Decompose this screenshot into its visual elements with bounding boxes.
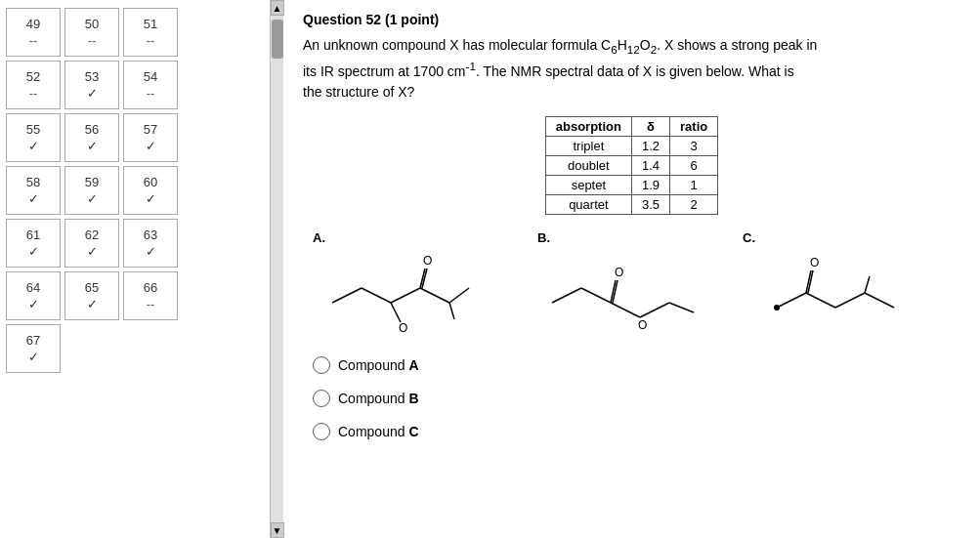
structure-b: B. O O: [537, 230, 713, 337]
question-number: 66: [144, 280, 157, 295]
question-status: ✓: [87, 244, 98, 259]
nmr-cell: doublet: [545, 155, 631, 175]
question-number: 51: [144, 17, 157, 31]
question-cell[interactable]: 49--: [6, 8, 61, 57]
question-cell[interactable]: 54--: [123, 61, 178, 109]
nmr-cell: 1.2: [631, 136, 669, 155]
question-cell[interactable]: 53✓: [64, 61, 119, 109]
question-status: --: [29, 33, 38, 48]
svg-text:O: O: [615, 266, 623, 279]
question-number: 59: [85, 175, 99, 189]
question-row: 67✓: [6, 324, 264, 373]
question-header: Question 52 (1 point): [303, 12, 960, 27]
svg-line-18: [640, 303, 669, 317]
question-cell[interactable]: 52--: [6, 61, 61, 109]
structure-c-svg: O: [743, 249, 938, 337]
answer-choices: Compound A Compound B Compound C: [313, 356, 960, 440]
nmr-cell: septet: [545, 175, 631, 194]
svg-line-11: [552, 288, 581, 303]
choice-label-c: Compound C: [338, 424, 419, 439]
question-number: 54: [144, 69, 157, 84]
question-status: ✓: [28, 191, 39, 206]
nmr-row: triplet1.23: [545, 136, 717, 155]
question-row: 64✓65✓66--: [6, 271, 264, 320]
svg-text:O: O: [810, 256, 819, 269]
question-number: 55: [26, 122, 40, 137]
question-cell[interactable]: 58✓: [6, 166, 61, 215]
question-text: An unknown compound X has molecular form…: [303, 37, 817, 100]
choice-row-b[interactable]: Compound B: [313, 390, 960, 407]
question-number: 65: [85, 280, 99, 295]
structures-row: A. O O: [313, 230, 960, 337]
structure-c: C. O: [743, 230, 938, 337]
question-number: 56: [85, 122, 99, 137]
question-status: ✓: [28, 350, 39, 364]
question-cell[interactable]: 55✓: [6, 113, 61, 162]
question-cell[interactable]: 66--: [123, 271, 178, 320]
svg-line-27: [865, 293, 894, 308]
choice-row-c[interactable]: Compound C: [313, 423, 960, 440]
question-cell[interactable]: 60✓: [123, 166, 178, 215]
nmr-row: doublet1.46: [545, 155, 717, 175]
question-body: An unknown compound X has molecular form…: [303, 35, 960, 103]
question-cell[interactable]: 56✓: [64, 113, 119, 162]
scrollbar[interactable]: ▲ ▼: [270, 0, 283, 538]
question-cell[interactable]: 64✓: [6, 271, 61, 320]
scroll-up-arrow[interactable]: ▲: [271, 0, 284, 16]
question-cell[interactable]: 62✓: [64, 219, 119, 268]
structure-b-svg: O O: [537, 249, 713, 337]
question-row: 52--53✓54--: [6, 61, 264, 109]
question-cell[interactable]: 63✓: [123, 219, 178, 268]
question-status: --: [147, 86, 155, 101]
nmr-cell: quartet: [545, 194, 631, 214]
question-row: 58✓59✓60✓: [6, 166, 264, 215]
question-status: --: [29, 86, 38, 101]
question-number: 58: [26, 175, 40, 189]
question-cell[interactable]: 51--: [123, 8, 178, 57]
question-number: 57: [144, 122, 157, 137]
svg-text:O: O: [399, 321, 407, 335]
svg-line-4: [391, 288, 420, 303]
question-number: 49: [26, 17, 40, 31]
question-status: ✓: [146, 191, 156, 206]
svg-line-28: [865, 276, 870, 293]
nmr-cell: 3: [670, 136, 718, 155]
question-navigator: 49--50--51--52--53✓54--55✓56✓57✓58✓59✓60…: [0, 0, 270, 538]
question-status: ✓: [87, 191, 98, 206]
question-grid: 49--50--51--52--53✓54--55✓56✓57✓58✓59✓60…: [6, 8, 264, 373]
nmr-cell: 1.4: [631, 155, 669, 175]
question-row: 49--50--51--: [6, 8, 264, 57]
question-number: 67: [26, 333, 40, 348]
nmr-col-delta: δ: [631, 116, 669, 136]
radio-c[interactable]: [313, 423, 330, 440]
nmr-table-wrapper: absorption δ ratio triplet1.23doublet1.4…: [303, 116, 960, 215]
svg-line-0: [332, 288, 362, 303]
structure-a-svg: O O: [313, 249, 508, 337]
svg-line-26: [835, 293, 865, 308]
question-cell[interactable]: 59✓: [64, 166, 119, 215]
choice-row-a[interactable]: Compound A: [313, 356, 960, 374]
svg-line-9: [449, 288, 469, 303]
question-cell[interactable]: 67✓: [6, 324, 61, 373]
nmr-col-absorption: absorption: [545, 116, 631, 136]
radio-a[interactable]: [313, 356, 330, 374]
nmr-cell: 3.5: [631, 194, 669, 214]
question-cell[interactable]: 61✓: [6, 219, 61, 268]
nmr-row: quartet3.52: [545, 194, 717, 214]
svg-line-1: [362, 288, 391, 303]
question-number: 52: [26, 69, 40, 84]
question-number: 60: [144, 175, 157, 189]
scroll-down-arrow[interactable]: ▼: [271, 522, 284, 538]
question-cell[interactable]: 57✓: [123, 113, 178, 162]
question-cell[interactable]: 50--: [64, 8, 119, 57]
question-cell[interactable]: 65✓: [64, 271, 119, 320]
structure-c-label: C.: [743, 230, 755, 245]
svg-text:O: O: [423, 254, 432, 268]
nmr-table: absorption δ ratio triplet1.23doublet1.4…: [545, 116, 718, 215]
svg-line-21: [777, 293, 806, 308]
svg-line-2: [391, 303, 401, 322]
scrollbar-thumb[interactable]: [272, 20, 283, 59]
svg-line-16: [611, 303, 640, 317]
question-status: --: [147, 297, 155, 311]
radio-b[interactable]: [313, 390, 330, 407]
